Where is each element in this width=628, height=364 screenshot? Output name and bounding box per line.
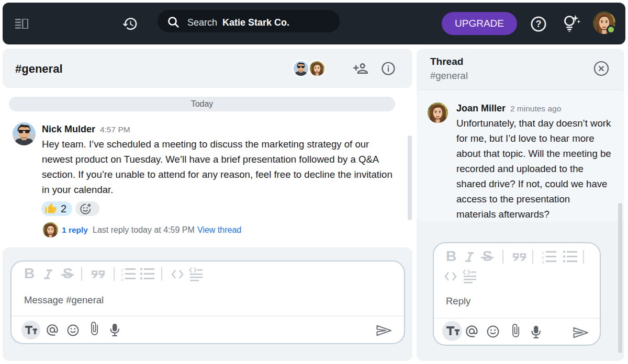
svg-text:?: ? (536, 19, 542, 29)
